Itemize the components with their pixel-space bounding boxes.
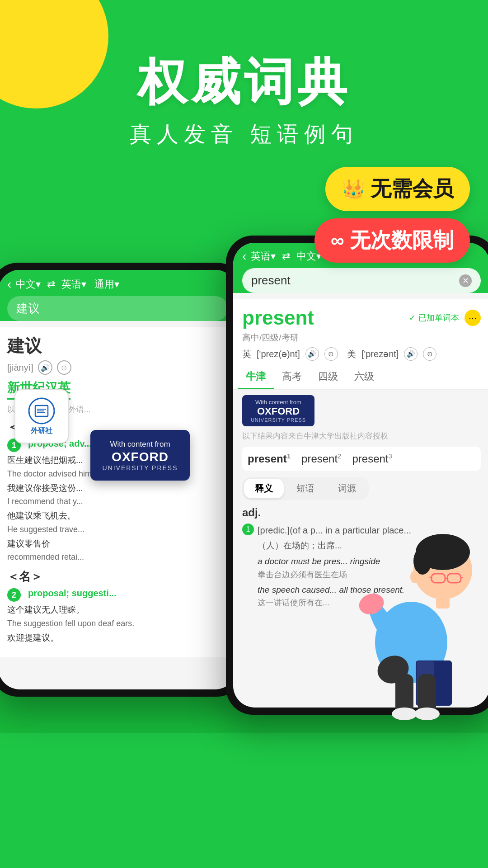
variant-2: present2 (301, 452, 341, 465)
lang-english[interactable]: 英语▾ (61, 278, 86, 291)
oxford-subtitle: UNIVERSITY PRESS (98, 464, 183, 472)
lphone-phonetic: [jiànyì] 🔊 ⊙ (7, 360, 228, 375)
check-icon: ✓ (409, 313, 416, 323)
sense-tab-phrases[interactable]: 短语 (286, 479, 325, 498)
crown-icon: 👑 (342, 178, 365, 200)
example-2-en: I recommend that y... (7, 495, 228, 508)
lphone-word-section: 建议 [jiànyì] 🔊 ⊙ 新世纪汉英 以下结果内容来自外语... ＜动＞ … (0, 327, 237, 657)
audio-icon[interactable]: 🔊 (38, 360, 52, 375)
added-text: 已加单词本 (418, 312, 459, 323)
lang-chinese[interactable]: 中文▾ (16, 278, 41, 291)
badges-container: 👑 无需会员 ∞ 无次数限制 (0, 167, 488, 263)
oxford-small-with: With content from (248, 399, 309, 406)
example-3-en: He suggested trave... (7, 524, 228, 536)
hero-subtitle: 真人发音 短语例句 (0, 120, 488, 149)
oxford-brand: OXFORD (98, 450, 183, 464)
back-icon[interactable]: ‹ (7, 277, 11, 292)
character-illustration (334, 507, 488, 733)
waijiao-text: 外研社 (31, 426, 52, 436)
tab-level4[interactable]: 四级 (310, 365, 346, 389)
variant-3: present3 (352, 452, 392, 465)
rphone-search-bar[interactable]: present ✕ (242, 268, 481, 293)
tab-gaokao[interactable]: 高考 (274, 365, 310, 389)
sense-tab-definition[interactable]: 释义 (244, 479, 284, 498)
page: 权威词典 真人发音 短语例句 👑 无需会员 ∞ 无次数限制 ‹ 中文▾ ⇄ (0, 0, 488, 733)
example-5-en: The suggestion fell upon deaf ears. (7, 618, 228, 630)
phones-area: ‹ 中文▾ ⇄ 英语▾ 通用▾ 建议 建议 [jiànyì] (0, 236, 488, 733)
example-5-zh: 这个建议无人理睬。 (7, 604, 228, 617)
rphone-tabs: 牛津 高考 四级 六级 (233, 365, 488, 390)
no-member-label: 无需会员 (371, 175, 454, 203)
example-4-zh: 建议零售价 (7, 538, 228, 551)
oxford-small-logo: With content from OXFORD UNIVERSITY PRES… (242, 395, 314, 426)
svg-rect-15 (436, 595, 450, 609)
dict-mode[interactable]: 通用▾ (94, 278, 119, 291)
oxford-with-content: With content from (98, 439, 183, 450)
sense-tab-etymology[interactable]: 词源 (327, 479, 367, 498)
waijiao-logo (28, 397, 55, 425)
rphone-search-value: present (251, 274, 291, 288)
example-2-zh: 我建议你接受这份... (7, 482, 228, 495)
sense-num-2: 2 (7, 588, 21, 602)
rphone-source-note: 以下结果内容来自牛津大学出版社内容授权 (242, 431, 481, 441)
lphone-word: 建议 (7, 335, 228, 358)
lphone-pos2: ＜名＞ (7, 569, 228, 585)
swap-icon[interactable]: ⇄ (47, 278, 55, 290)
phonetic-region-en: 英 (242, 348, 251, 360)
lphone-header: ‹ 中文▾ ⇄ 英语▾ 通用▾ 建议 (0, 270, 237, 321)
unlimited-badge: ∞ 无次数限制 (314, 218, 470, 263)
unlimited-label: 无次数限制 (350, 226, 454, 255)
phonetic-audio-us[interactable]: 🔊 (404, 347, 418, 361)
mic-icon[interactable]: ⊙ (57, 360, 71, 375)
rphone-word-header: present ✓ 已加单词本 ⋯ 高中/四级/考研 英 ['prez(ə)nt… (233, 299, 488, 365)
lphone-nav: ‹ 中文▾ ⇄ 英语▾ 通用▾ (7, 277, 228, 296)
svg-point-24 (414, 708, 440, 720)
svg-point-8 (413, 547, 432, 575)
example-6-zh: 欢迎提建议。 (7, 632, 228, 645)
oxford-small-brand: OXFORD (248, 406, 309, 417)
no-member-badge: 👑 无需会员 (325, 167, 470, 211)
lphone-body: 建议 [jiànyì] 🔊 ⊙ 新世纪汉英 以下结果内容来自外语... ＜动＞ … (0, 327, 237, 660)
oxford-badge: With content from OXFORD UNIVERSITY PRES… (90, 430, 190, 481)
rphone-word: present (242, 307, 314, 329)
variant-1: present1 (248, 452, 291, 465)
more-icon[interactable]: ⋯ (465, 310, 481, 326)
lphone-sense-2: 2 proposal; suggesti... 这个建议无人理睬。 The su… (7, 588, 228, 644)
lphone-search-bar[interactable]: 建议 (7, 296, 228, 321)
rphone-word-meta: 高中/四级/考研 (242, 332, 481, 344)
example-3-zh: 他建议乘飞机去。 (7, 509, 228, 523)
waijiao-badge: 外研社 (14, 389, 69, 443)
svg-point-14 (410, 571, 419, 583)
example-4-en: recommended retai... (7, 551, 228, 563)
word-variants: present1 present2 present3 (242, 447, 481, 471)
phonetic-ipa-en: ['prez(ə)nt] (257, 349, 300, 359)
phonetic-audio-en[interactable]: 🔊 (305, 347, 319, 361)
svg-point-23 (392, 708, 417, 720)
phonetic-mic-us[interactable]: ⊙ (423, 347, 436, 361)
added-badge: ✓ 已加单词本 (409, 312, 459, 323)
phonetic-region-us: 美 (347, 348, 356, 360)
tab-oxford[interactable]: 牛津 (238, 365, 274, 389)
character-svg (334, 507, 488, 733)
tab-level6[interactable]: 六级 (346, 365, 382, 389)
infinity-icon: ∞ (331, 230, 344, 251)
phonetic-mic-en[interactable]: ⊙ (324, 347, 338, 361)
rphone-phonetics: 英 ['prez(ə)nt] 🔊 ⊙ 美 ['prezənt] 🔊 ⊙ (242, 347, 481, 361)
search-clear-icon[interactable]: ✕ (459, 274, 472, 287)
sense-num-1: 1 (242, 524, 254, 535)
sense-def-2: proposal; suggesti... (28, 588, 117, 599)
lphone-search-value: 建议 (16, 301, 40, 316)
sense-tabs: 释义 短语 词源 (242, 477, 369, 500)
phonetic-ipa-us: ['prezənt] (361, 349, 399, 359)
oxford-small-sub: UNIVERSITY PRESS (248, 417, 309, 423)
